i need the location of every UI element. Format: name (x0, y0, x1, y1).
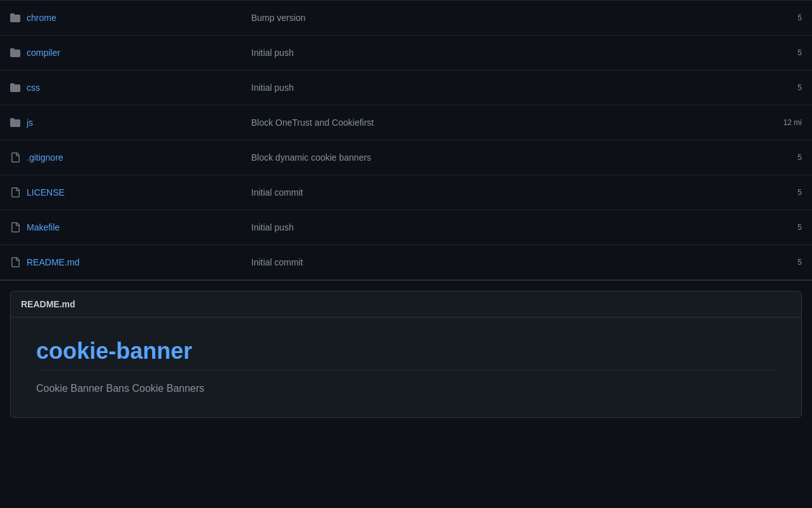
file-name-cell: Makefile (0, 222, 241, 232)
file-name-link[interactable]: compiler (27, 48, 60, 58)
commit-message: Block dynamic cookie banners (241, 152, 736, 163)
file-icon (10, 152, 20, 163)
readme-filename: README.md (21, 299, 75, 309)
time-ago: 5 (736, 258, 812, 267)
folder-icon (10, 83, 20, 93)
file-name-cell: LICENSE (0, 187, 241, 197)
time-ago: 5 (736, 83, 812, 92)
readme-title-suffix: banner (116, 338, 192, 364)
table-row: Makefile Initial push 5 (0, 210, 812, 245)
commit-message: Initial push (241, 222, 736, 232)
commit-message: Initial push (241, 83, 736, 93)
file-name-link[interactable]: README.md (27, 257, 79, 267)
file-icon (10, 257, 20, 267)
table-row: js Block OneTrust and Cookiefirst 12 mi (0, 105, 812, 140)
table-row: README.md Initial commit 5 (0, 245, 812, 280)
time-ago: 5 (736, 48, 812, 57)
readme-title: cookie-banner (36, 338, 776, 370)
table-row: compiler Initial push 5 (0, 36, 812, 70)
file-name-cell: README.md (0, 257, 241, 267)
file-name-link[interactable]: chrome (27, 13, 56, 23)
file-name-cell: css (0, 83, 241, 93)
folder-icon (10, 13, 20, 23)
readme-header: README.md (11, 291, 801, 318)
commit-message: Initial commit (241, 187, 736, 197)
file-icon (10, 152, 20, 163)
file-icon (10, 187, 20, 197)
folder-icon (10, 13, 20, 23)
commit-message: Initial commit (241, 257, 736, 267)
readme-title-prefix: cookie- (36, 338, 116, 364)
folder-icon (10, 83, 20, 93)
table-row: LICENSE Initial commit 5 (0, 175, 812, 210)
table-row: css Initial push 5 (0, 70, 812, 105)
file-name-cell: .gitignore (0, 152, 241, 163)
folder-icon (10, 48, 20, 58)
readme-description: Cookie Banner Bans Cookie Banners (36, 380, 776, 397)
file-name-link[interactable]: js (27, 117, 33, 128)
file-name-cell: chrome (0, 13, 241, 23)
file-icon (10, 222, 20, 232)
commit-message: Block OneTrust and Cookiefirst (241, 117, 736, 128)
file-icon (10, 187, 20, 197)
file-name-cell: js (0, 117, 241, 128)
table-row: chrome Bump version 5 (0, 1, 812, 36)
file-name-link[interactable]: Makefile (27, 222, 60, 232)
file-icon (10, 222, 20, 232)
time-ago: 5 (736, 223, 812, 232)
file-name-cell: compiler (0, 48, 241, 58)
table-row: .gitignore Block dynamic cookie banners … (0, 140, 812, 175)
file-name-link[interactable]: LICENSE (27, 187, 65, 197)
folder-icon (10, 117, 20, 128)
time-ago: 5 (736, 153, 812, 162)
time-ago: 12 mi (736, 118, 812, 127)
readme-content: cookie-banner Cookie Banner Bans Cookie … (11, 318, 801, 417)
time-ago: 5 (736, 188, 812, 197)
file-name-link[interactable]: .gitignore (27, 152, 63, 163)
commit-message: Bump version (241, 13, 736, 23)
folder-icon (10, 117, 20, 128)
file-icon (10, 257, 20, 267)
file-name-link[interactable]: css (27, 83, 40, 93)
time-ago: 5 (736, 13, 812, 22)
commit-message: Initial push (241, 48, 736, 58)
folder-icon (10, 48, 20, 58)
